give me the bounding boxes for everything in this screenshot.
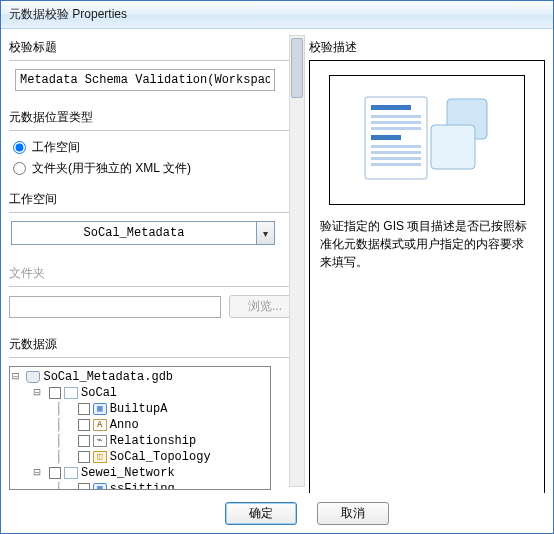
radio-folder[interactable]	[13, 162, 26, 175]
checkbox[interactable]	[78, 451, 90, 463]
chevron-down-icon[interactable]: ▾	[256, 222, 274, 244]
dialog-footer: 确定 取消	[1, 493, 553, 533]
description-text: 验证指定的 GIS 项目描述是否已按照标准化元数据模式或用户指定的内容要求来填写…	[320, 217, 534, 271]
datasource-tree[interactable]: ⊟ SoCal_Metadata.gdb ⊟ SoCal │ BuiltupA …	[9, 366, 271, 490]
tree-label: SoCal_Metadata.gdb	[43, 369, 173, 385]
folder-label: 文件夹	[9, 265, 301, 282]
svg-rect-3	[371, 121, 421, 124]
tree-label: BuiltupA	[110, 401, 168, 417]
geodatabase-icon	[26, 371, 40, 383]
radio-workspace-label: 工作空间	[32, 139, 80, 156]
svg-rect-6	[371, 145, 421, 148]
window-title: 元数据校验 Properties	[9, 6, 127, 23]
tree-label: Relationship	[110, 433, 196, 449]
svg-rect-9	[371, 163, 421, 166]
checkbox[interactable]	[78, 419, 90, 431]
annotation-icon	[93, 419, 107, 431]
topology-icon	[93, 451, 107, 463]
svg-rect-1	[371, 105, 411, 110]
scrollbar-thumb[interactable]	[291, 38, 303, 98]
tree-node-dataset[interactable]: ⊟ SoCal	[12, 385, 268, 401]
divider	[9, 60, 301, 61]
cancel-button[interactable]: 取消	[317, 502, 389, 525]
tree-label: SoCal_Topology	[110, 449, 211, 465]
svg-rect-8	[371, 157, 421, 160]
checkbox[interactable]	[78, 403, 90, 415]
workspace-combo[interactable]: SoCal_Metadata ▾	[11, 221, 275, 245]
tree-label: ssFitting	[110, 481, 175, 490]
folder-input	[9, 296, 221, 318]
datasource-label: 元数据源	[9, 336, 301, 353]
tree-label: Anno	[110, 417, 139, 433]
workspace-label: 工作空间	[9, 191, 301, 208]
right-pane: 校验描述	[307, 29, 553, 493]
checkbox[interactable]	[78, 483, 90, 490]
checkbox[interactable]	[78, 435, 90, 447]
tree-label: Sewei_Network	[81, 465, 175, 481]
relationship-icon	[93, 435, 107, 447]
svg-rect-2	[371, 115, 421, 118]
ok-button[interactable]: 确定	[225, 502, 297, 525]
location-type-label: 元数据位置类型	[9, 109, 301, 126]
tree-node-item[interactable]: │ ssFitting	[12, 481, 268, 490]
titlebar[interactable]: 元数据校验 Properties	[1, 1, 553, 29]
tree-node-item[interactable]: │ BuiltupA	[12, 401, 268, 417]
client-area: 校验标题 元数据位置类型 工作空间 文件夹(用于独立的 XML 文件) 工作空间…	[1, 29, 553, 493]
description-heading: 校验描述	[309, 39, 545, 56]
preview-image	[329, 75, 525, 205]
workspace-combo-text: SoCal_Metadata	[12, 222, 256, 244]
svg-rect-4	[371, 127, 421, 130]
metadata-illustration-icon	[347, 85, 507, 195]
svg-rect-5	[371, 135, 401, 140]
svg-rect-7	[371, 151, 421, 154]
check-title-label: 校验标题	[9, 39, 301, 56]
dialog-window: 元数据校验 Properties 校验标题 元数据位置类型 工作空间 文件夹(用…	[0, 0, 554, 534]
radio-workspace[interactable]	[13, 141, 26, 154]
tree-node-dataset[interactable]: ⊟ Sewei_Network	[12, 465, 268, 481]
checkbox[interactable]	[49, 387, 61, 399]
divider	[9, 212, 301, 213]
left-pane: 校验标题 元数据位置类型 工作空间 文件夹(用于独立的 XML 文件) 工作空间…	[1, 29, 307, 493]
tree-node-item[interactable]: │ Anno	[12, 417, 268, 433]
divider	[9, 357, 301, 358]
radio-folder-label: 文件夹(用于独立的 XML 文件)	[32, 160, 191, 177]
divider	[9, 286, 301, 287]
tree-node-item[interactable]: │ SoCal_Topology	[12, 449, 268, 465]
tree-node-item[interactable]: │ Relationship	[12, 433, 268, 449]
dataset-icon	[64, 387, 78, 399]
checkbox[interactable]	[49, 467, 61, 479]
description-box: 验证指定的 GIS 项目描述是否已按照标准化元数据模式或用户指定的内容要求来填写…	[309, 60, 545, 493]
radio-folder-row[interactable]: 文件夹(用于独立的 XML 文件)	[13, 160, 301, 177]
radio-workspace-row[interactable]: 工作空间	[13, 139, 301, 156]
scrollbar[interactable]	[289, 35, 305, 487]
featureclass-icon	[93, 403, 107, 415]
svg-rect-11	[431, 125, 475, 169]
tree-label: SoCal	[81, 385, 117, 401]
tree-node-root[interactable]: ⊟ SoCal_Metadata.gdb	[12, 369, 268, 385]
featureclass-icon	[93, 483, 107, 490]
check-title-input[interactable]	[15, 69, 275, 91]
network-icon	[64, 467, 78, 479]
divider	[9, 130, 301, 131]
